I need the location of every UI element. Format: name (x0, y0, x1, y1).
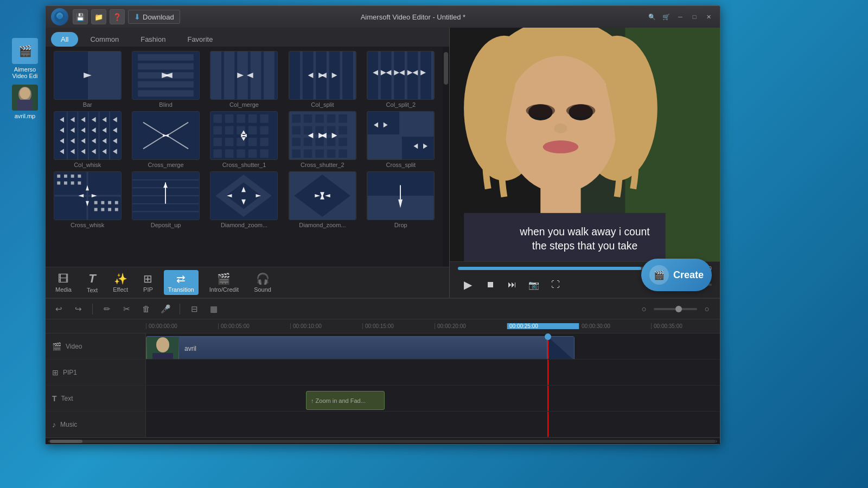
svg-rect-87 (214, 114, 222, 123)
video-track-content[interactable]: avril (146, 333, 720, 359)
search-button[interactable]: 🔍 (646, 11, 658, 23)
transition-drop[interactable]: Drop (363, 171, 438, 228)
svg-rect-158 (94, 208, 97, 211)
tool-transition[interactable]: ⇄ Transition (164, 270, 199, 295)
svg-rect-98 (225, 138, 234, 146)
transitions-scrollbar[interactable] (443, 47, 449, 267)
folder-button[interactable]: 📁 (91, 9, 106, 24)
minimize-button[interactable]: ─ (674, 11, 686, 23)
tab-common[interactable]: Common (80, 32, 129, 47)
scroll-right-arrow[interactable]: › (716, 438, 717, 444)
play-button[interactable]: ▶ (458, 275, 477, 294)
svg-rect-88 (225, 114, 234, 123)
cut-button[interactable]: ✂ (119, 301, 134, 317)
snapshot-button[interactable]: ▦ (206, 301, 221, 317)
delete-button[interactable]: 🗑 (138, 301, 154, 317)
svg-rect-39 (407, 52, 418, 99)
transition-cross-whisk[interactable]: Cross_whisk (50, 171, 125, 228)
record-button[interactable]: 🎤 (158, 301, 173, 317)
svg-rect-129 (315, 149, 324, 158)
create-label: Create (673, 269, 704, 281)
zoom-in-button[interactable]: ○ (699, 301, 714, 317)
svg-rect-122 (292, 138, 301, 146)
transition-cross-split-thumb (367, 111, 435, 160)
progress-bar[interactable] (458, 267, 655, 270)
svg-rect-93 (225, 126, 234, 134)
transition-col-whisk[interactable]: Col_whisk (50, 111, 125, 168)
app-logo (51, 8, 68, 25)
pip-track-content[interactable] (146, 359, 720, 385)
fullscreen-button[interactable]: ⛶ (547, 276, 564, 293)
transition-deposit-up[interactable]: Deposit_up (128, 171, 203, 228)
transition-col-split[interactable]: Col_split (285, 51, 360, 108)
left-panel: All Common Fashion Favorite (46, 28, 450, 298)
music-track-icon: ♪ (52, 420, 56, 429)
tool-text[interactable]: T Text (82, 269, 102, 296)
frame-advance-button[interactable]: ⏭ (503, 276, 521, 293)
sound-label: Sound (254, 286, 271, 293)
tab-fashion[interactable]: Fashion (131, 32, 175, 47)
screenshot-button[interactable]: 📷 (525, 276, 542, 293)
svg-rect-130 (327, 149, 336, 158)
svg-rect-115 (327, 114, 336, 123)
cart-button[interactable]: 🛒 (660, 11, 672, 23)
transition-bar[interactable]: Bar (50, 51, 125, 108)
undo-button[interactable]: ↩ (51, 301, 66, 317)
transition-diamond-zoom-1[interactable]: Diamond_zoom... (207, 171, 282, 228)
transition-diamond-zoom-2-thumb (289, 171, 356, 220)
transition-col-merge[interactable]: Col_merge (207, 51, 282, 108)
transition-cross-shutter-1[interactable]: Cross_shutter_1 (207, 111, 282, 168)
download-button[interactable]: ⬇ Download (128, 10, 180, 24)
desktop-icon-app[interactable]: 🎬 Aimerso Video Edi (5, 38, 44, 79)
transition-cross-shutter-2[interactable]: Cross_shutter_2 (285, 111, 360, 168)
stop-button[interactable]: ⏹ (482, 276, 499, 293)
svg-point-203 (554, 124, 567, 133)
zoom-slider[interactable] (654, 308, 697, 310)
timeline-ruler: 00:00:00:00 00:00:05:00 00:00:10:00 00:0… (46, 319, 720, 333)
detach-button[interactable]: ⊟ (187, 301, 202, 317)
tool-pip[interactable]: ⊞ PIP (139, 270, 157, 295)
redo-button[interactable]: ↪ (71, 301, 86, 317)
transition-col-split-2[interactable]: Col_split_2 (363, 51, 438, 108)
app-window: 💾 📁 ❓ ⬇ Download Aimersoft Video Editor … (45, 5, 720, 445)
scroll-thumb[interactable] (444, 52, 448, 85)
hscroll-thumb[interactable] (50, 440, 82, 443)
text-clip[interactable]: ↑ Zoom in and Fad... (306, 391, 385, 410)
ruler-mark-15: 00:00:15:00 (362, 323, 435, 329)
transition-diamond-zoom-2[interactable]: Diamond_zoom... (285, 171, 360, 228)
transitions-grid: Bar (50, 51, 438, 228)
close-button[interactable]: ✕ (703, 11, 714, 23)
tab-all[interactable]: All (51, 32, 78, 47)
tool-media[interactable]: 🎞 Media (51, 271, 76, 295)
svg-rect-40 (420, 52, 431, 99)
transition-col-merge-label: Col_merge (229, 101, 259, 108)
svg-rect-121 (339, 126, 347, 134)
tool-effect[interactable]: ✨ Effect (108, 270, 132, 295)
tab-favorite[interactable]: Favorite (177, 32, 222, 47)
transition-cross-split[interactable]: Cross_split (363, 111, 438, 168)
timeline-scrollbar[interactable]: ‹ › (46, 438, 720, 444)
svg-rect-120 (327, 126, 336, 134)
media-toolbar: 🎞 Media T Text ✨ Effect ⊞ PIP ⇄ Trans (46, 267, 449, 298)
pip-track-name: PIP1 (63, 369, 77, 376)
tool-sound[interactable]: 🎧 Sound (250, 270, 276, 295)
desktop-icon-avril[interactable]: avril.mp (5, 85, 44, 119)
text-track-content[interactable]: ↑ Zoom in and Fad... (146, 386, 720, 411)
svg-rect-116 (339, 114, 347, 123)
transition-cross-shutter-1-label: Cross_shutter_1 (222, 162, 266, 168)
tool-intro-credit[interactable]: 🎬 Intro/Credit (205, 270, 243, 295)
maximize-button[interactable]: □ (688, 11, 700, 23)
save-button[interactable]: 💾 (73, 9, 88, 24)
svg-rect-117 (292, 126, 301, 134)
transition-blind[interactable]: Blind (128, 51, 203, 108)
help-button[interactable]: ❓ (110, 9, 125, 24)
transition-cross-merge[interactable]: Cross_merge (128, 111, 203, 168)
svg-rect-113 (304, 114, 312, 123)
music-track-content[interactable] (146, 412, 720, 437)
create-button[interactable]: 🎬 Create (641, 259, 712, 291)
edit-button[interactable]: ✏ (99, 301, 114, 317)
zoom-out-button[interactable]: ○ (636, 301, 652, 317)
video-clip[interactable]: avril (146, 336, 547, 359)
hscroll-track[interactable] (50, 440, 715, 443)
zoom-thumb[interactable] (675, 306, 682, 312)
